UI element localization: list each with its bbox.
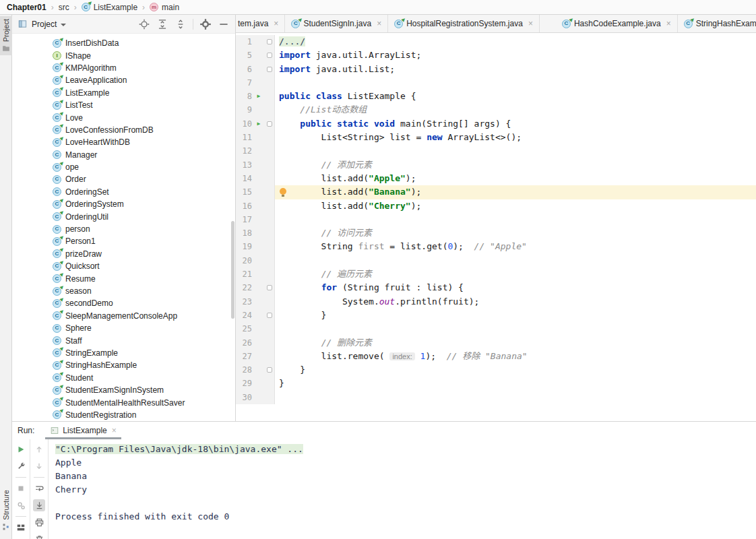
code-line: 13 // 添加元素: [236, 158, 756, 172]
project-tree-item[interactable]: C▶InsertDishData: [12, 37, 235, 49]
project-tree-item[interactable]: C▶OrderingSystem: [12, 198, 235, 210]
run-console-output[interactable]: "C:\Program Files\Java\jdk-18\bin\java.e…: [49, 439, 756, 539]
project-tree-item[interactable]: COrderingSet: [12, 186, 235, 198]
project-tree-item[interactable]: C▶StringExample: [12, 347, 235, 359]
project-tree-item[interactable]: C▶ope: [12, 161, 235, 173]
close-icon[interactable]: ×: [666, 19, 671, 28]
locate-file-icon[interactable]: [138, 18, 150, 30]
tree-scrollbar[interactable]: [231, 221, 234, 319]
editor-gutter: 8▶: [236, 90, 275, 103]
down-stack-trace-icon[interactable]: [33, 460, 45, 472]
editor-gutter: 15: [236, 185, 275, 199]
editor-code-area[interactable]: 1/.../5import java.util.ArrayList;6impor…: [236, 33, 756, 421]
breadcrumb-item[interactable]: mmain: [150, 3, 179, 12]
tool-window-button-project[interactable]: Project: [0, 16, 12, 55]
runnable-arrow-icon: ▶: [59, 61, 65, 67]
chevron-down-icon[interactable]: [61, 24, 66, 26]
breadcrumb-item[interactable]: Chapter01: [7, 3, 46, 12]
fold-marker-icon[interactable]: [267, 367, 272, 373]
project-tree-item[interactable]: C▶prizeDraw: [12, 248, 235, 260]
project-panel-title[interactable]: Project: [32, 20, 57, 29]
run-line-icon[interactable]: ▶: [254, 90, 263, 103]
build-icon[interactable]: [15, 499, 27, 511]
project-tree-item[interactable]: CStaff: [12, 334, 235, 346]
close-icon[interactable]: ×: [112, 426, 117, 435]
project-tree-item[interactable]: C▶Quicksort: [12, 260, 235, 272]
project-tree-item[interactable]: CSphere: [12, 322, 235, 334]
project-tree-item[interactable]: C▶StringHashExample: [12, 359, 235, 371]
breadcrumb-item[interactable]: C▶ListExample: [82, 3, 137, 12]
run-line-icon[interactable]: ▶: [254, 117, 263, 131]
close-icon[interactable]: ×: [528, 19, 533, 28]
expand-all-icon[interactable]: [156, 18, 168, 30]
code-text: [275, 322, 756, 336]
project-tree-item[interactable]: C▶Love: [12, 111, 235, 123]
project-tree-item[interactable]: C▶season: [12, 285, 235, 297]
class-icon: C▶: [53, 386, 61, 395]
code-token: list.add(: [279, 201, 369, 211]
runnable-arrow-icon: ▶: [59, 110, 65, 116]
editor-tab[interactable]: C▶HashCodeExample.java×: [556, 15, 678, 32]
restore-layout-icon[interactable]: [15, 521, 27, 534]
project-tree-item[interactable]: C▶LeaveApplication: [12, 74, 235, 86]
project-tree-item[interactable]: CManager: [12, 149, 235, 161]
project-tree-item[interactable]: C▶Person1: [12, 235, 235, 247]
editor-tab[interactable]: tem.java×: [236, 15, 285, 32]
class-icon: C▶: [53, 287, 61, 296]
class-icon: C▶: [53, 163, 61, 172]
soft-wrap-icon[interactable]: [33, 482, 45, 495]
project-tree-item[interactable]: IIShape: [12, 49, 235, 61]
project-tree-item[interactable]: C▶LoveHeartWithDB: [12, 136, 235, 148]
fold-marker-icon[interactable]: [267, 313, 272, 318]
fold-marker-icon[interactable]: [267, 121, 272, 127]
class-letter: C: [686, 21, 690, 26]
project-tree-item[interactable]: C▶StudentRegistration: [12, 409, 235, 421]
clear-all-trash-icon[interactable]: [33, 533, 45, 539]
editor-tab[interactable]: C▶StudentSignIn.java×: [285, 15, 388, 32]
code-text: System.out.println(fruit);: [275, 295, 756, 309]
breadcrumb-item[interactable]: src: [59, 3, 69, 12]
close-icon[interactable]: ×: [274, 19, 278, 28]
project-tree-item[interactable]: C▶ListTest: [12, 99, 235, 111]
scroll-to-end-icon[interactable]: [33, 499, 45, 511]
tool-window-button-structure[interactable]: Structure: [0, 487, 12, 534]
editor-gutter: 16: [236, 199, 275, 213]
rerun-icon[interactable]: [15, 443, 27, 455]
hide-panel-icon[interactable]: [218, 18, 230, 30]
fold-marker-icon[interactable]: [267, 285, 272, 290]
up-stack-trace-icon[interactable]: [33, 443, 45, 455]
stop-icon[interactable]: [15, 482, 27, 495]
close-icon[interactable]: ×: [377, 19, 381, 28]
project-tree-item[interactable]: C▶SleepManagementConsoleApp: [12, 310, 235, 322]
project-tree-item[interactable]: C▶Student: [12, 372, 235, 384]
fold-marker-icon[interactable]: [267, 53, 272, 58]
run-tab[interactable]: ListExample ×: [45, 422, 121, 439]
project-tree-item[interactable]: C▶StudentExamSignInSystem: [12, 384, 235, 396]
editor-tab[interactable]: C▶StringHashExample.java×: [678, 15, 756, 32]
editor-gutter: 20: [236, 254, 275, 267]
structure-icon: [2, 523, 10, 531]
project-tree-item[interactable]: C▶KMPAlgorithm: [12, 62, 235, 74]
code-text: [275, 254, 756, 267]
project-tree[interactable]: C▶InsertDishDataIIShapeC▶KMPAlgorithmC▶L…: [12, 34, 235, 421]
collapse-all-icon[interactable]: [175, 18, 187, 30]
project-tree-item[interactable]: C▶secondDemo: [12, 297, 235, 309]
code-token: list.add(: [279, 187, 369, 197]
run-panel-header: Run: ListExample ×: [12, 422, 756, 439]
fold-marker-icon[interactable]: [267, 67, 272, 72]
project-tree-item[interactable]: C▶StudentMentalHealthResultSaver: [12, 396, 235, 408]
project-tree-item[interactable]: COrder: [12, 173, 235, 185]
project-tree-item[interactable]: C▶LoveConfessionFromDB: [12, 124, 235, 136]
project-tree-item[interactable]: C▶Resume: [12, 272, 235, 284]
edit-configuration-wrench-icon[interactable]: [15, 460, 27, 472]
project-tree-item[interactable]: Cperson: [12, 223, 235, 235]
fold-marker-icon[interactable]: [267, 39, 272, 44]
project-tree-item[interactable]: C▶OrderingUtil: [12, 210, 235, 222]
runnable-arrow-icon: ▶: [297, 16, 303, 22]
print-icon[interactable]: [33, 516, 45, 528]
line-number: 22: [236, 281, 252, 294]
editor-tab[interactable]: C▶HospitalRegistrationSystem.java×: [388, 15, 540, 32]
editor-gutter: 14: [236, 172, 275, 185]
settings-gear-icon[interactable]: [199, 18, 212, 30]
project-tree-item[interactable]: C▶ListExample: [12, 87, 235, 99]
